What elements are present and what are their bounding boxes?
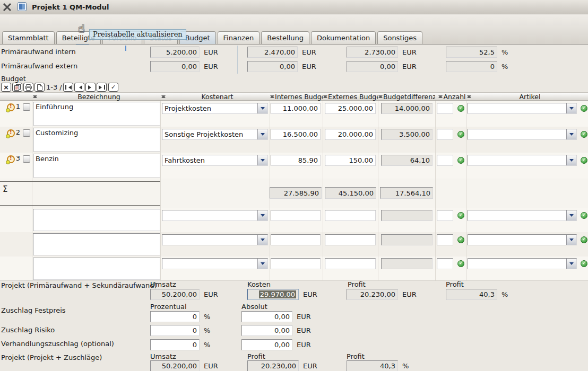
verhandlungszuschlag-absolut-input[interactable]: 0,00 (241, 339, 292, 350)
sort-icon[interactable] (378, 93, 383, 100)
artikel-select[interactable] (468, 258, 577, 269)
sort-icon[interactable] (33, 93, 38, 100)
bezeichnung-textarea[interactable]: Einführung (33, 102, 160, 126)
chevron-down-icon[interactable] (257, 235, 267, 245)
row-checkbox[interactable] (23, 155, 30, 163)
kostenart-select[interactable]: Projektkosten (162, 103, 268, 114)
anzahl-input[interactable] (437, 210, 453, 221)
zuschlag-festpreis-prozent-input[interactable]: 0 (150, 311, 200, 322)
sort-icon[interactable] (270, 93, 275, 100)
ok-icon[interactable] (581, 260, 587, 267)
bezeichnung-textarea[interactable] (33, 233, 160, 255)
kostenart-select[interactable]: Fahrtkosten (162, 155, 268, 166)
kosten-field[interactable]: 29.970,00 (247, 289, 299, 300)
anzahl-input[interactable] (437, 103, 453, 114)
artikel-select[interactable] (468, 129, 577, 140)
artikel-select[interactable] (468, 210, 577, 221)
internes-budget-input[interactable] (271, 234, 321, 245)
artikel-select[interactable] (468, 155, 577, 166)
internes-budget-input[interactable] (271, 210, 321, 221)
tab-bestellung[interactable]: Bestellung (261, 31, 309, 44)
zuschlag-risiko-absolut-input[interactable]: 0,00 (241, 325, 292, 336)
artikel-select[interactable] (468, 103, 577, 114)
externes-budget-input[interactable] (325, 234, 376, 245)
anzahl-input[interactable] (437, 155, 453, 166)
externes-budget-input[interactable]: 20.000,00 (325, 129, 376, 140)
ok-icon[interactable] (581, 236, 587, 243)
bezeichnung-textarea[interactable]: Customizing (33, 128, 160, 152)
column-header-bezeichnung[interactable]: Bezeichnung (33, 93, 160, 100)
chevron-down-icon[interactable] (257, 210, 267, 220)
bezeichnung-textarea[interactable]: Benzin (33, 154, 160, 178)
zuschlag-festpreis-absolut-input[interactable]: 0,00 (241, 311, 292, 322)
anzahl-input[interactable] (437, 129, 453, 140)
anzahl-input[interactable] (437, 258, 453, 269)
column-header-externes-budget[interactable]: Externes Budget (323, 93, 378, 100)
ok-icon[interactable] (581, 105, 587, 112)
tab-stammblatt[interactable]: Stammblatt (2, 31, 55, 44)
table-print-button[interactable] (23, 83, 33, 92)
chevron-down-icon[interactable] (566, 129, 576, 139)
ok-icon[interactable] (457, 105, 464, 112)
table-new-row-button[interactable] (34, 83, 45, 92)
internes-budget-input[interactable]: 16.500,00 (271, 129, 321, 140)
ok-icon[interactable] (457, 157, 464, 164)
row-checkbox[interactable] (23, 103, 30, 111)
ok-icon[interactable] (457, 131, 464, 138)
internes-budget-input[interactable]: 85,90 (271, 155, 321, 166)
externes-budget-input[interactable] (325, 210, 376, 221)
ok-icon[interactable] (457, 260, 464, 267)
column-header-anzahl[interactable]: Anzahl (438, 93, 466, 100)
row-checkbox[interactable] (23, 129, 30, 137)
record-goto-icon[interactable] (7, 103, 15, 111)
ok-icon[interactable] (581, 131, 587, 138)
next-page-button[interactable] (85, 83, 96, 92)
table-copy-button[interactable] (12, 83, 22, 92)
chevron-down-icon[interactable] (566, 259, 576, 269)
tab-sonstiges[interactable]: Sonstiges (377, 31, 422, 44)
externes-budget-input[interactable] (325, 258, 376, 269)
kostenart-select[interactable]: Sonstige Projektkosten (162, 129, 268, 140)
chevron-down-icon[interactable] (566, 235, 576, 245)
chevron-down-icon[interactable] (257, 103, 267, 113)
first-page-button[interactable] (63, 83, 73, 92)
internes-budget-input[interactable] (271, 258, 321, 269)
verhandlungszuschlag-prozent-input[interactable]: 0 (150, 339, 200, 350)
anzahl-input[interactable] (437, 234, 453, 245)
artikel-select[interactable] (468, 234, 577, 245)
zuschlag-risiko-prozent-input[interactable]: 0 (150, 325, 200, 336)
previous-page-button[interactable] (74, 83, 84, 92)
bezeichnung-textarea[interactable] (33, 209, 160, 231)
column-header-internes-budget[interactable]: Internes Budget (270, 93, 323, 100)
record-goto-icon[interactable] (7, 155, 15, 163)
sort-icon[interactable] (438, 93, 443, 100)
column-header-kostenart[interactable]: Kostenart (161, 93, 269, 100)
chevron-down-icon[interactable] (566, 155, 576, 165)
last-page-button[interactable] (97, 83, 107, 92)
externes-budget-input[interactable]: 150,00 (325, 155, 376, 166)
table-remove-button[interactable]: × (1, 83, 11, 92)
sort-icon[interactable] (467, 93, 472, 100)
chevron-down-icon[interactable] (566, 210, 576, 220)
tab-dokumentation[interactable]: Dokumentation (311, 31, 376, 44)
sort-icon[interactable] (323, 93, 328, 100)
ok-icon[interactable] (457, 236, 464, 243)
kostenart-select[interactable] (162, 234, 268, 245)
internes-budget-input[interactable]: 11.000,00 (271, 103, 321, 114)
chevron-down-icon[interactable] (566, 103, 576, 113)
record-goto-icon[interactable] (7, 129, 15, 137)
chevron-down-icon[interactable] (257, 155, 267, 165)
externes-budget-input[interactable]: 25.000,00 (325, 103, 376, 114)
column-header-artikel[interactable]: Artikel (467, 93, 588, 100)
kostenart-select[interactable] (162, 210, 268, 221)
close-icon[interactable] (2, 2, 12, 12)
select-all-button[interactable]: ✓ (108, 83, 118, 92)
ok-icon[interactable] (581, 212, 587, 219)
kostenart-select[interactable] (162, 258, 268, 269)
column-header-budgetdifferenz[interactable]: Budgetdifferenz (378, 93, 435, 100)
chevron-down-icon[interactable] (257, 129, 267, 139)
bezeichnung-textarea[interactable] (33, 258, 160, 280)
chevron-down-icon[interactable] (257, 259, 267, 269)
tab-finanzen[interactable]: Finanzen (218, 31, 260, 44)
ok-icon[interactable] (457, 212, 464, 219)
